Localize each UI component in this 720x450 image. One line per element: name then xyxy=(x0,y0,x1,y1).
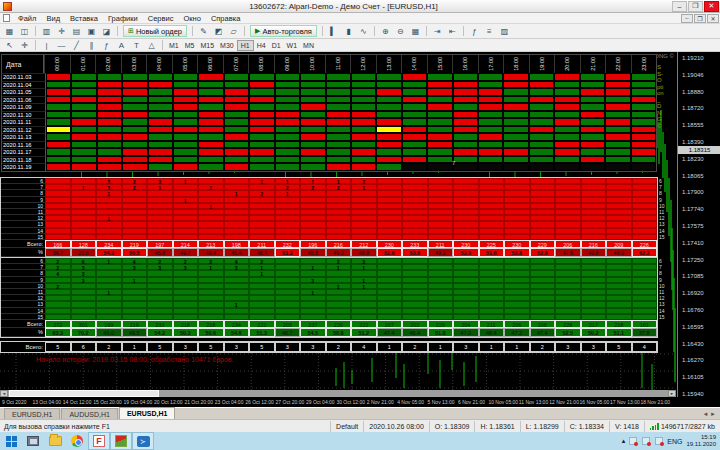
hour-label: 08:00 xyxy=(258,57,264,71)
menu-item-6[interactable]: Справка xyxy=(206,14,245,23)
menu-item-2[interactable]: Вставка xyxy=(65,14,103,23)
channel-icon[interactable]: ∥ xyxy=(85,39,98,51)
language-indicator[interactable]: ENG xyxy=(667,438,682,445)
file-explorer-icon[interactable] xyxy=(44,432,66,450)
time-axis: 9 Oct 202013 Oct 04:0014 Oct 12:0015 Oct… xyxy=(0,397,720,407)
mdi-close-button[interactable]: ✕ xyxy=(707,14,719,23)
auto-scroll-icon[interactable]: ⇥ xyxy=(431,25,444,37)
strategy-tester-icon[interactable]: ◪ xyxy=(100,25,113,37)
total-cell: 196 xyxy=(300,240,326,249)
templates-icon[interactable]: ▨ xyxy=(498,25,511,37)
text-icon[interactable]: A xyxy=(115,39,128,51)
heatmap-cell xyxy=(249,88,274,96)
timeframe-h1[interactable]: H1 xyxy=(237,40,254,51)
scrollbar-thumb[interactable] xyxy=(9,390,159,397)
percent-cell: 63.3 xyxy=(45,328,71,337)
timeframe-h4[interactable]: H4 xyxy=(254,40,269,51)
horizontal-scrollbar[interactable]: ◄ ► xyxy=(0,390,676,397)
terminal-icon[interactable]: ▣ xyxy=(85,25,98,37)
profiles-icon[interactable]: ◫ xyxy=(18,25,31,37)
timeframe-m30[interactable]: M30 xyxy=(217,40,237,51)
periods-icon[interactable]: ≡ xyxy=(483,25,496,37)
heatmap-cell xyxy=(326,88,351,96)
heatmap-cell xyxy=(46,118,71,126)
trendline-icon[interactable]: ╱ xyxy=(70,39,83,51)
timeframe-w1[interactable]: W1 xyxy=(284,40,301,51)
hour-header: 15:00 xyxy=(427,55,453,73)
menu-item-0[interactable]: Файл xyxy=(13,14,41,23)
zoom-out-icon[interactable]: ⊖ xyxy=(394,25,407,37)
heatmap-row: 2020.11.19 xyxy=(2,163,656,171)
start-button[interactable] xyxy=(0,432,22,450)
price-scale[interactable]: 1.18315 1.192101.190461.188801.187201.18… xyxy=(677,52,720,397)
market-watch-icon[interactable]: ▥ xyxy=(40,25,53,37)
scroll-left-arrow[interactable]: ◄ xyxy=(0,390,8,397)
minimize-button[interactable]: – xyxy=(672,1,687,12)
new-chart-icon[interactable]: ▦ xyxy=(3,25,16,37)
restore-button[interactable]: ❐ xyxy=(688,1,703,12)
timeframe-d1[interactable]: D1 xyxy=(269,40,284,51)
shapes-icon[interactable]: △ xyxy=(145,39,158,51)
close-button[interactable]: ✕ xyxy=(704,1,719,12)
total-cell: 206 xyxy=(555,240,581,249)
notification-icon-1[interactable] xyxy=(629,437,637,445)
notification-icon-3[interactable] xyxy=(655,437,663,445)
tile-windows-icon[interactable]: ▦ xyxy=(409,25,422,37)
menu-item-5[interactable]: Окно xyxy=(178,14,205,23)
chart-tab-0[interactable]: EURUSD,H1 xyxy=(4,408,60,419)
zoom-in-icon[interactable]: ⊕ xyxy=(379,25,392,37)
timeframe-mn[interactable]: MN xyxy=(300,40,317,51)
tabs-scroll-right-icon[interactable]: ► xyxy=(710,411,716,417)
faststone-icon[interactable]: F xyxy=(88,432,110,450)
chart-tab-2[interactable]: EURUSD,H1 xyxy=(119,407,175,419)
menu-item-4[interactable]: Сервис xyxy=(143,14,179,23)
heatmap-cell xyxy=(503,133,528,141)
price-label: 1.17900 xyxy=(682,189,704,195)
bar-chart-icon[interactable]: ▍ xyxy=(327,25,340,37)
heatmap-cell xyxy=(402,126,427,134)
menu-item-3[interactable]: Графики xyxy=(103,14,143,23)
alerts-icon[interactable]: ◩ xyxy=(212,25,225,37)
chart-shift-icon[interactable]: ⇤ xyxy=(446,25,459,37)
menu-item-1[interactable]: Вид xyxy=(41,14,65,23)
chrome-icon[interactable] xyxy=(66,432,88,450)
summary-cell: 6 xyxy=(71,342,97,352)
tabs-scroll-left-icon[interactable]: ◄ xyxy=(702,411,708,417)
hour-label: 11:00 xyxy=(335,57,341,70)
candlestick-icon[interactable]: ▮ xyxy=(342,25,355,37)
heatmap-cell xyxy=(97,126,122,134)
line-chart-icon[interactable]: ∿ xyxy=(357,25,370,37)
powershell-icon[interactable]: ≻ xyxy=(132,432,154,450)
metatrader-icon[interactable] xyxy=(110,432,132,450)
horizontal-line-icon[interactable]: — xyxy=(55,39,68,51)
mailbox-icon[interactable]: ▱ xyxy=(227,25,240,37)
tray-caret-icon[interactable]: ▴ xyxy=(622,437,626,445)
new-order-button[interactable]: ⊞Новый ордер xyxy=(123,25,187,37)
label-icon[interactable]: T xyxy=(130,39,143,51)
vertical-line-icon[interactable]: | xyxy=(40,39,53,51)
data-window-icon[interactable]: ✛ xyxy=(55,25,68,37)
indicators-icon[interactable]: ƒ xyxy=(468,25,481,37)
hour-header: 22:00 xyxy=(605,55,631,73)
notification-icon-2[interactable] xyxy=(642,437,650,445)
chart-tab-1[interactable]: AUDUSD,H1 xyxy=(61,408,117,419)
metaeditor-icon[interactable]: ✎ xyxy=(197,25,210,37)
crosshair-icon[interactable]: ✛ xyxy=(18,39,31,51)
mdi-restore-button[interactable]: ❐ xyxy=(694,14,706,23)
hour-header: 13:00 xyxy=(376,55,402,73)
fibonacci-icon[interactable]: ƒ xyxy=(100,39,113,51)
chart-area[interactable]: SS-Option_DNG © SS-Option_DNG© Дата 00:0… xyxy=(0,52,720,397)
autotrading-button[interactable]: ▶Авто-торговля xyxy=(250,25,317,37)
scroll-right-arrow[interactable]: ► xyxy=(668,390,676,397)
cursor-icon[interactable]: ↖ xyxy=(3,39,16,51)
navigator-icon[interactable]: ▤ xyxy=(70,25,83,37)
status-profile[interactable]: Default xyxy=(330,421,363,432)
taskbar-clock[interactable]: 15:19 19.11.2020 xyxy=(686,434,716,448)
timeframe-m1[interactable]: M1 xyxy=(166,40,182,51)
timeframe-m5[interactable]: M5 xyxy=(182,40,198,51)
task-view-icon[interactable] xyxy=(22,432,44,450)
mdi-minimize-button[interactable]: – xyxy=(681,14,693,23)
timeframe-m15[interactable]: M15 xyxy=(197,40,217,51)
total-cell: 222 xyxy=(249,320,275,329)
percent-cell: 49.7 xyxy=(173,248,199,257)
